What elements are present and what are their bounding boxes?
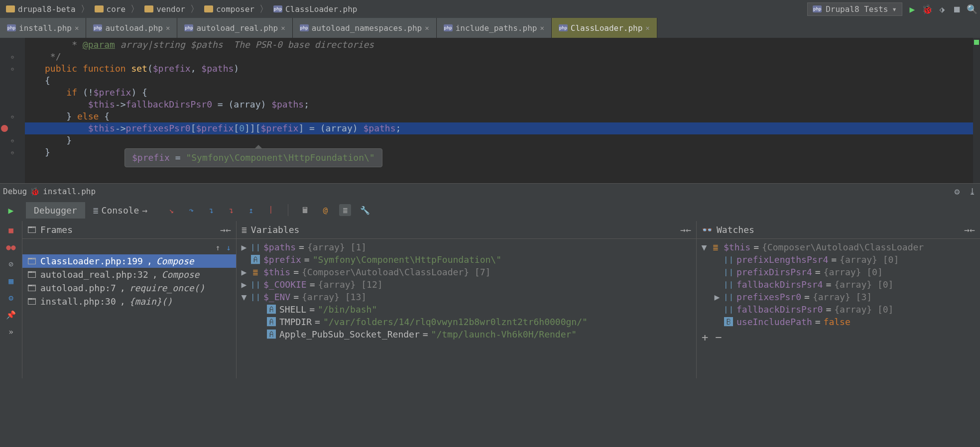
var-value: {array} [3] <box>813 292 872 302</box>
run-to-cursor-button[interactable]: 〡 <box>265 204 277 216</box>
minimize-icon[interactable]: ⤓ <box>967 187 977 197</box>
mark-object-button[interactable]: @ <box>319 204 331 216</box>
show-execution-point-button[interactable]: ↘ <box>165 204 177 216</box>
var-value: {array} [1] <box>307 242 367 252</box>
variable-row[interactable]: ▶❘❘$_COOKIE = {array} [12] <box>237 278 696 291</box>
frame-context: Compose <box>162 269 200 280</box>
run-button[interactable]: ▶ <box>907 4 917 14</box>
debugger-tab[interactable]: Debugger <box>26 202 85 219</box>
var: $paths <box>363 123 395 133</box>
fold-icon[interactable]: ⊖ <box>11 114 14 119</box>
expand-icon[interactable]: ▶ <box>241 279 247 290</box>
watch-root-row[interactable]: ▼≣$this = {Composer\Autoload\ClassLoader <box>697 241 980 253</box>
tab-classloader[interactable]: phpClassLoader.php✕ <box>552 18 657 38</box>
next-frame-button[interactable]: ↓ <box>226 243 231 252</box>
mute-breakpoints-button[interactable]: ⊘ <box>5 258 17 270</box>
frame-row[interactable]: 🗔ClassLoader.php:199, Compose <box>22 254 236 268</box>
settings-icon[interactable]: ⚙ <box>952 187 962 197</box>
step-into-button[interactable]: ↴ <box>205 204 217 216</box>
breakpoint-icon[interactable] <box>1 125 8 132</box>
stop-button[interactable]: ⏹ <box>952 4 962 14</box>
watch-child-row[interactable]: ❘❘prefixDirsPsr4 = {array} [0] <box>697 266 980 278</box>
watch-child-row[interactable]: ❘❘prefixLengthsPsr4 = {array} [0] <box>697 253 980 266</box>
variable-row[interactable]: ▶❘❘$paths = {array} [1] <box>237 241 696 253</box>
br: [ <box>234 123 239 133</box>
view-breakpoints-button[interactable]: ●● <box>5 241 17 253</box>
evaluate-button[interactable]: 🖩 <box>299 204 311 216</box>
variable-child-row[interactable]: 🅰SHELL = "/bin/bash" <box>237 303 696 316</box>
frame-row[interactable]: 🗔autoload_real.php:32, Compose <box>22 268 236 281</box>
variable-row[interactable]: ▶≣$this = {Composer\Autoload\ClassLoader… <box>237 266 696 278</box>
crumb-drupal8-beta[interactable]: drupal8-beta <box>3 3 79 15</box>
crumb-vendor[interactable]: vendor <box>141 3 188 15</box>
tab-autoload-namespaces[interactable]: phpautoload_namespaces.php✕ <box>293 18 437 38</box>
watch-child-row[interactable]: 🅱useIncludePath = false <box>697 316 980 328</box>
fold-icon[interactable]: ⊖ <box>11 66 14 72</box>
coverage-button[interactable]: ⬗ <box>937 4 947 14</box>
restore-layout-button[interactable]: ⚙ <box>5 292 17 304</box>
tab-label: install.php <box>19 23 72 33</box>
frame-row[interactable]: 🗔install.php:30, {main}() <box>22 295 236 308</box>
fold-icon[interactable]: ⊖ <box>11 150 14 155</box>
stop-button[interactable]: ■ <box>5 224 17 236</box>
watches-icon: 👓 <box>702 224 713 235</box>
watch-child-row[interactable]: ❘❘fallbackDirsPsr0 = {array} [0] <box>697 303 980 316</box>
tab-close-icon[interactable]: ✕ <box>281 24 285 32</box>
prev-frame-button[interactable]: ↑ <box>216 243 221 252</box>
variable-row[interactable]: ▼❘❘$_ENV = {array} [13] <box>237 291 696 303</box>
crumb-core[interactable]: core <box>92 3 129 15</box>
settings-button[interactable]: 🔧 <box>359 204 371 216</box>
variable-child-row[interactable]: 🅰TMPDIR = "/var/folders/14/rlq0vwyn12b8w… <box>237 316 696 328</box>
crumb-classloader[interactable]: phpClassLoader.php <box>270 3 361 15</box>
code[interactable]: * @param array|string $paths The PSR-0 b… <box>25 38 980 183</box>
fold-icon[interactable]: ⊖ <box>11 54 14 60</box>
tab-label: autoload_real.php <box>196 23 278 33</box>
expand-icon[interactable]: ▶ <box>714 292 721 302</box>
editor[interactable]: ⊖ ⊖ ⊖ ⊖ ⊖ * @param array|string $paths T… <box>0 38 980 183</box>
gutter[interactable]: ⊖ ⊖ ⊖ ⊖ ⊖ <box>0 38 25 183</box>
frame-icon: 🗔 <box>27 256 36 266</box>
step-out-button[interactable]: ↥ <box>245 204 257 216</box>
remove-watch-button[interactable]: − <box>715 331 722 343</box>
search-button[interactable]: 🔍 <box>967 4 977 14</box>
add-watch-button[interactable]: + <box>702 331 708 343</box>
resume-button[interactable]: ▶ <box>5 204 17 216</box>
frame-row[interactable]: 🗔autoload.php:7, require_once() <box>22 281 236 295</box>
hide-icon[interactable]: →← <box>964 224 975 235</box>
hide-icon[interactable]: →← <box>680 224 691 235</box>
tab-autoload[interactable]: phpautoload.php✕ <box>86 18 177 38</box>
tab-close-icon[interactable]: ✕ <box>540 24 544 32</box>
more-button[interactable]: » <box>5 326 17 337</box>
step-over-button[interactable]: ↷ <box>185 204 197 216</box>
tab-close-icon[interactable]: ✕ <box>645 24 649 32</box>
pin-button[interactable]: 📌 <box>5 309 17 321</box>
var-name: $paths <box>263 242 296 252</box>
expand-icon[interactable]: ▼ <box>241 292 247 302</box>
tab-include-paths[interactable]: phpinclude_paths.php✕ <box>437 18 552 38</box>
debug-button[interactable]: 🐞 <box>922 4 932 14</box>
tab-close-icon[interactable]: ✕ <box>166 24 170 32</box>
frame-icon: 🗔 <box>27 283 36 293</box>
fold-icon[interactable]: ⊖ <box>11 138 14 143</box>
toggle-view-button[interactable]: ≣ <box>339 204 351 216</box>
run-config-selector[interactable]: php Drupal8 Tests ▾ <box>807 2 902 16</box>
tab-close-icon[interactable]: ✕ <box>425 24 429 32</box>
hide-icon[interactable]: →← <box>220 224 231 235</box>
error-stripe[interactable] <box>973 38 980 183</box>
crumb-composer[interactable]: composer <box>201 3 257 15</box>
expand-icon[interactable]: ▶ <box>241 242 247 252</box>
var-value: "/tmp/launch-Vh6k0H/Render" <box>431 329 577 339</box>
watch-child-row[interactable]: ❘❘fallbackDirsPsr4 = {array} [0] <box>697 278 980 291</box>
tab-install[interactable]: phpinstall.php✕ <box>0 18 86 38</box>
frame-file: autoload.php:7 <box>40 283 116 293</box>
expand-icon[interactable]: ▶ <box>241 267 247 277</box>
layout-button[interactable]: ▦ <box>5 275 17 287</box>
watch-child-row[interactable]: ▶❘❘prefixesPsr0 = {array} [3] <box>697 291 980 303</box>
tab-close-icon[interactable]: ✕ <box>75 24 79 32</box>
variable-row[interactable]: 🅰$prefix = "Symfony\Component\HttpFounda… <box>237 253 696 266</box>
tab-autoload-real[interactable]: phpautoload_real.php✕ <box>177 18 292 38</box>
force-step-into-button[interactable]: ↴ <box>225 204 237 216</box>
expand-icon[interactable]: ▼ <box>701 242 708 252</box>
variable-child-row[interactable]: 🅰Apple_PubSub_Socket_Render = "/tmp/laun… <box>237 328 696 340</box>
console-tab[interactable]: ≣Console→ <box>85 202 156 219</box>
